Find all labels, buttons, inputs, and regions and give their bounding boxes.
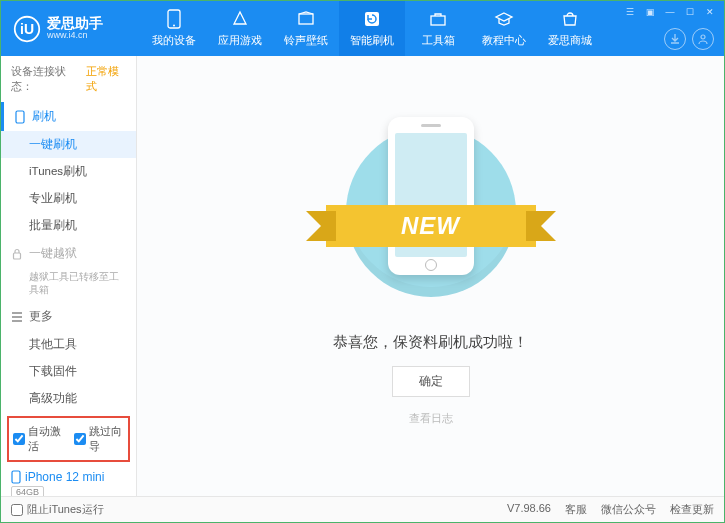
app-url: www.i4.cn (47, 31, 103, 41)
phone-icon (164, 9, 184, 29)
footer-update[interactable]: 检查更新 (670, 502, 714, 517)
skin-icon[interactable]: ▣ (642, 5, 658, 19)
svg-text:iU: iU (20, 21, 34, 37)
version-label: V7.98.66 (507, 502, 551, 517)
menu-icon[interactable]: ☰ (622, 5, 638, 19)
device-phone-icon (11, 470, 21, 484)
ok-button[interactable]: 确定 (392, 366, 470, 397)
sidebar-section-jailbreak: 一键越狱 (1, 239, 136, 268)
download-button[interactable] (664, 28, 686, 50)
success-illustration: NEW (356, 107, 506, 307)
lock-icon (11, 248, 23, 260)
refresh-icon (362, 9, 382, 29)
highlighted-checkbox-row: 自动激活 跳过向导 (7, 416, 130, 462)
top-bar: iU 爱思助手 www.i4.cn 我的设备 应用游戏 铃声壁纸 智能刷机 工具… (1, 1, 724, 56)
top-nav: 我的设备 应用游戏 铃声壁纸 智能刷机 工具箱 教程中心 爱思商城 (141, 1, 603, 56)
sidebar: 设备连接状态： 正常模式 刷机 一键刷机 iTunes刷机 专业刷机 批量刷机 … (1, 56, 137, 496)
user-icon (697, 33, 709, 45)
wallpaper-icon (296, 9, 316, 29)
jailbreak-note: 越狱工具已转移至工具箱 (1, 268, 136, 302)
app-title: 爱思助手 (47, 16, 103, 31)
sidebar-item-advanced[interactable]: 高级功能 (1, 385, 136, 412)
main-content: NEW 恭喜您，保资料刷机成功啦！ 确定 查看日志 (137, 56, 724, 496)
device-name: iPhone 12 mini (25, 470, 104, 484)
sidebar-item-itunes[interactable]: iTunes刷机 (1, 158, 136, 185)
window-controls: ☰ ▣ — ☐ ✕ (622, 5, 718, 19)
user-button[interactable] (692, 28, 714, 50)
svg-rect-10 (12, 471, 20, 483)
nav-tutorials[interactable]: 教程中心 (471, 1, 537, 56)
sidebar-item-download[interactable]: 下载固件 (1, 358, 136, 385)
checkbox-auto-activate[interactable]: 自动激活 (13, 424, 64, 454)
footer-bar: 阻止iTunes运行 V7.98.66 客服 微信公众号 检查更新 (1, 496, 724, 522)
sidebar-item-other[interactable]: 其他工具 (1, 331, 136, 358)
checkbox-block-itunes[interactable]: 阻止iTunes运行 (11, 502, 104, 517)
svg-rect-6 (431, 16, 445, 25)
success-message: 恭喜您，保资料刷机成功啦！ (333, 333, 528, 352)
new-ribbon: NEW (326, 205, 536, 247)
app-logo: iU 爱思助手 www.i4.cn (1, 15, 141, 43)
sidebar-item-batch[interactable]: 批量刷机 (1, 212, 136, 239)
svg-rect-4 (299, 14, 313, 24)
view-log-link[interactable]: 查看日志 (409, 411, 453, 426)
svg-rect-9 (14, 253, 21, 259)
graduation-icon (494, 9, 514, 29)
nav-flash[interactable]: 智能刷机 (339, 1, 405, 56)
nav-ringtones[interactable]: 铃声壁纸 (273, 1, 339, 56)
phone-small-icon (14, 110, 26, 124)
svg-rect-8 (16, 111, 24, 123)
nav-my-device[interactable]: 我的设备 (141, 1, 207, 56)
minimize-icon[interactable]: — (662, 5, 678, 19)
checkbox-skip-wizard[interactable]: 跳过向导 (74, 424, 125, 454)
store-icon (560, 9, 580, 29)
apps-icon (230, 9, 250, 29)
close-icon[interactable]: ✕ (702, 5, 718, 19)
sidebar-item-onekey[interactable]: 一键刷机 (1, 131, 136, 158)
download-icon (669, 33, 681, 45)
sidebar-item-pro[interactable]: 专业刷机 (1, 185, 136, 212)
toolbox-icon (428, 9, 448, 29)
connection-status: 设备连接状态： 正常模式 (1, 56, 136, 102)
sidebar-section-flash[interactable]: 刷机 (1, 102, 136, 131)
logo-icon: iU (13, 15, 41, 43)
nav-store[interactable]: 爱思商城 (537, 1, 603, 56)
list-icon (11, 312, 23, 322)
sidebar-section-more[interactable]: 更多 (1, 302, 136, 331)
footer-service[interactable]: 客服 (565, 502, 587, 517)
maximize-icon[interactable]: ☐ (682, 5, 698, 19)
footer-wechat[interactable]: 微信公众号 (601, 502, 656, 517)
nav-toolbox[interactable]: 工具箱 (405, 1, 471, 56)
svg-point-3 (173, 25, 175, 27)
svg-point-7 (701, 35, 705, 39)
nav-apps[interactable]: 应用游戏 (207, 1, 273, 56)
